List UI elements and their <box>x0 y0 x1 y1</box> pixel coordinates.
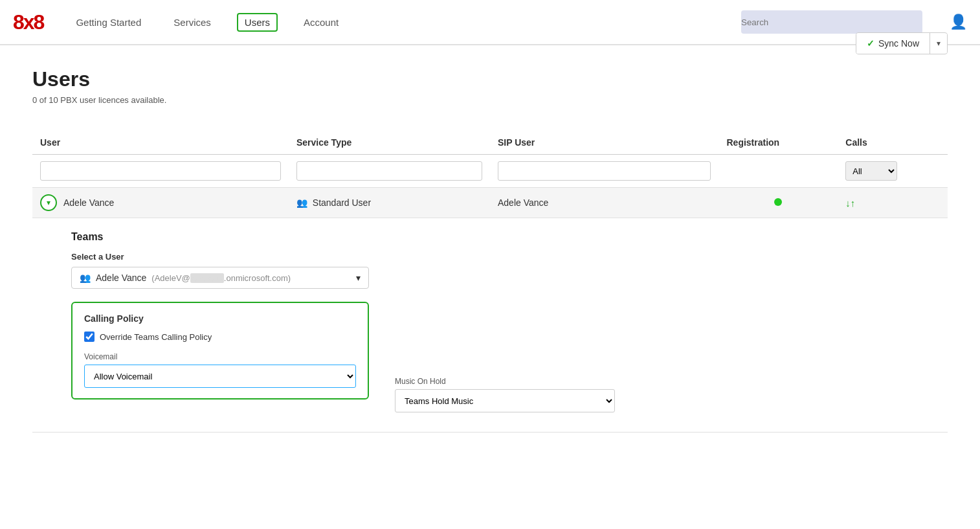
voicemail-select[interactable]: Allow Voicemail Disable Voicemail User C… <box>84 365 356 388</box>
music-on-hold-select[interactable]: Teams Hold Music Default Music Custom <box>395 389 615 412</box>
voicemail-field-group: Voicemail Allow Voicemail Disable Voicem… <box>84 352 356 388</box>
override-checkbox-row: Override Teams Calling Policy <box>84 332 356 342</box>
filter-service-cell <box>289 155 490 188</box>
registration-cell <box>718 188 838 218</box>
sync-now-label: Sync Now <box>878 38 919 49</box>
nav-services[interactable]: Services <box>167 14 217 30</box>
user-select-value: 👥 Adele Vance (AdeleV@xxxxxxxx.onmicroso… <box>80 273 291 283</box>
filter-calls-cell: All Active Idle <box>838 155 948 188</box>
user-select-name: Adele Vance <box>96 273 146 283</box>
sync-dropdown-arrow[interactable]: ▾ <box>930 34 947 53</box>
table-row: ▾ Adele Vance 👥 Standard User Adele Vanc… <box>32 188 948 218</box>
nav-users[interactable]: Users <box>237 13 278 32</box>
col-header-service-type: Service Type <box>289 131 490 155</box>
main-nav: Getting Started Services Users Account <box>69 13 722 32</box>
expand-row-button[interactable]: ▾ <box>40 194 57 211</box>
user-select-email: (AdeleV@xxxxxxxx.onmicrosoft.com) <box>151 273 291 283</box>
calls-cell: ↓↑ <box>838 188 948 218</box>
select-user-label: Select a User <box>71 252 928 262</box>
service-type-value: Standard User <box>313 197 371 208</box>
sync-check-icon: ✓ <box>867 38 874 49</box>
filter-reg-cell <box>718 155 838 188</box>
expanded-detail-cell: Teams Select a User 👥 Adele Vance (Adele… <box>32 218 948 433</box>
calling-policy-box: Calling Policy Override Teams Calling Po… <box>71 302 369 400</box>
user-name: Adele Vance <box>63 197 114 208</box>
sip-user-value: Adele Vance <box>498 197 548 208</box>
music-on-hold-label: Music On Hold <box>395 377 615 386</box>
calling-policy-title: Calling Policy <box>84 313 356 324</box>
col-header-calls: Calls <box>838 131 948 155</box>
nav-account[interactable]: Account <box>297 14 345 30</box>
filter-service-input[interactable] <box>296 161 482 181</box>
override-label: Override Teams Calling Policy <box>100 332 212 342</box>
col-header-user: User <box>32 131 289 155</box>
call-arrows-icon: ↓↑ <box>845 197 855 208</box>
user-select-dropdown[interactable]: 👥 Adele Vance (AdeleV@xxxxxxxx.onmicroso… <box>71 267 369 289</box>
sync-now-button[interactable]: ✓ Sync Now ▾ <box>856 32 948 54</box>
filter-row: All Active Idle <box>32 155 948 188</box>
user-name-cell: ▾ Adele Vance <box>32 188 289 218</box>
users-table: User Service Type SIP User Registration … <box>32 131 948 433</box>
service-icon: 👥 <box>296 197 307 208</box>
user-select-icon: 👥 <box>80 273 91 283</box>
sip-user-cell: Adele Vance <box>490 188 719 218</box>
expanded-detail-row: Teams Select a User 👥 Adele Vance (Adele… <box>32 218 948 433</box>
filter-sip-input[interactable] <box>498 161 711 181</box>
voicemail-field: Voicemail Allow Voicemail Disable Voicem… <box>84 352 356 388</box>
col-header-sip-user: SIP User <box>490 131 719 155</box>
filter-sip-cell <box>490 155 719 188</box>
teams-section-label: Teams <box>71 231 928 243</box>
app-logo: 8x8 <box>13 12 43 32</box>
search-input[interactable] <box>741 10 922 34</box>
filter-user-cell <box>32 155 289 188</box>
user-avatar[interactable]: 👤 <box>950 14 967 30</box>
expanded-content: Teams Select a User 👥 Adele Vance (Adele… <box>32 218 948 432</box>
voicemail-label: Voicemail <box>84 352 356 361</box>
override-checkbox[interactable] <box>84 332 95 342</box>
col-header-registration: Registration <box>718 131 838 155</box>
table-header-row: User Service Type SIP User Registration … <box>32 131 948 155</box>
filter-calls-select[interactable]: All Active Idle <box>845 161 897 181</box>
policy-fields-row: Calling Policy Override Teams Calling Po… <box>71 302 928 412</box>
page-subtitle: 0 of 10 PBX user licences available. <box>32 95 948 105</box>
service-type-cell: 👥 Standard User <box>289 188 490 218</box>
main-content: ✓ Sync Now ▾ Users 0 of 10 PBX user lice… <box>0 45 980 458</box>
page-title: Users <box>32 67 948 91</box>
user-select-chevron-icon: ▾ <box>356 273 361 283</box>
nav-getting-started[interactable]: Getting Started <box>69 14 148 30</box>
registration-status-indicator <box>774 198 782 206</box>
filter-user-input[interactable] <box>40 161 281 181</box>
sync-row: ✓ Sync Now ▾ <box>32 32 948 54</box>
sync-now-main[interactable]: ✓ Sync Now <box>856 33 930 54</box>
music-on-hold-field: Music On Hold Teams Hold Music Default M… <box>395 377 615 412</box>
